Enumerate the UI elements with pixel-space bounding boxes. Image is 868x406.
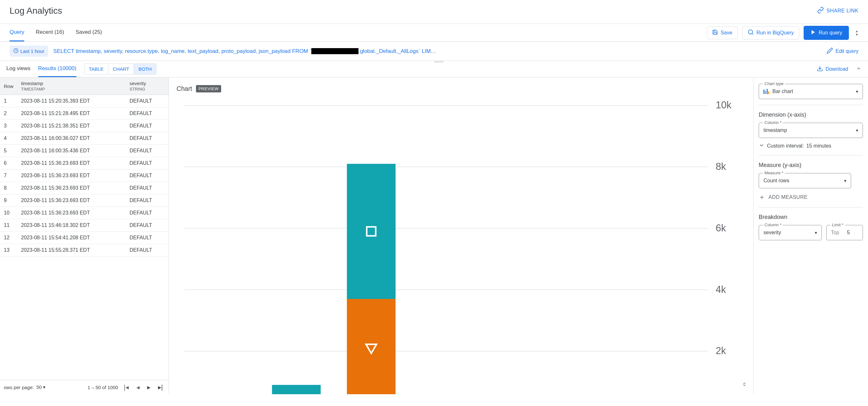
collapse-panel-icon[interactable] [856,66,862,72]
table-row[interactable]: 10 2023-08-11 15:36:23.693 EDT DEFAULT [0,207,168,219]
cell-timestamp: 2023-08-11 16:00:36.027 EDT [17,132,126,145]
table-row[interactable]: 7 2023-08-11 15:36:23.693 EDT DEFAULT [0,169,168,182]
time-range-chip[interactable]: Last 1 hour [9,45,48,57]
sub-tab-log-views[interactable]: Log views [6,61,31,77]
breakdown-limit-input[interactable]: Limit * Top 5 [826,225,863,240]
cell-rownum: 6 [0,157,17,169]
table-row[interactable]: 12 2023-08-11 15:54:41.208 EDT DEFAULT [0,232,168,244]
divider [759,155,863,156]
col-header-severity[interactable]: severitySTRING [126,77,168,95]
table-row[interactable]: 2 2023-08-11 15:21:28.495 EDT DEFAULT [0,107,168,120]
bar-segment[interactable] [272,385,321,394]
table-row[interactable]: 6 2023-08-11 15:36:23.693 EDT DEFAULT [0,157,168,169]
svg-text:4k: 4k [716,284,726,295]
edit-query-button[interactable]: Edit query [827,48,859,55]
download-label: Download [826,66,848,72]
table-row[interactable]: 3 2023-08-11 15:21:38.351 EDT DEFAULT [0,120,168,132]
query-sql-text[interactable]: SELECT timestamp, severity, resource.typ… [53,48,822,55]
save-button[interactable]: Save [707,27,737,39]
limit-prefix: Top [831,230,839,236]
table-row[interactable]: 1 2023-08-11 15:20:35.393 EDT DEFAULT [0,95,168,107]
next-page-icon[interactable]: ▸ [145,383,152,391]
tab-query[interactable]: Query [9,24,24,41]
cell-timestamp: 2023-08-11 16:00:35.436 EDT [17,145,126,157]
cell-severity: DEFAULT [126,169,168,182]
pagination-bar: ows per page: 50 ▾ 1 – 50 of 1000 |◂ ◂ ▸… [0,380,168,394]
bar-segment[interactable] [347,164,396,299]
clock-icon [13,48,19,54]
save-label: Save [720,30,732,36]
dimension-title: Dimension (x-axis) [759,112,863,118]
custom-interval-value: 15 minutes [806,143,831,149]
run-bigquery-button[interactable]: Run in BigQuery [742,26,799,39]
dropdown-arrow-icon: ▾ [815,230,817,235]
pagination-range: 1 – 50 of 1000 [88,385,118,390]
svg-text:8k: 8k [716,161,726,172]
measure-label: Measure * [763,170,785,175]
breakdown-column-select[interactable]: Column * severity ▾ [759,225,822,240]
prev-page-icon[interactable]: ◂ [134,383,142,391]
col-header-row[interactable]: Row [0,77,17,95]
cell-rownum: 13 [0,244,17,256]
sub-tab-results[interactable]: Results (10000) [38,61,76,77]
table-row[interactable]: 11 2023-08-11 15:46:18.302 EDT DEFAULT [0,219,168,232]
download-button[interactable]: Download [817,65,848,73]
svg-line-1 [752,33,753,34]
chart-config-panel: Chart type Bar chart ▾ Dimension (x-axis… [753,77,868,394]
tab-saved[interactable]: Saved (25) [75,24,102,41]
table-row[interactable]: 5 2023-08-11 16:00:35.436 EDT DEFAULT [0,145,168,157]
table-row[interactable]: 13 2023-08-11 15:55:28.371 EDT DEFAULT [0,244,168,256]
rows-per-page-label: ows per page: [4,385,34,390]
rows-per-page-select[interactable]: 50 ▾ [36,384,45,390]
time-range-label: Last 1 hour [21,49,44,54]
edit-query-label: Edit query [836,49,859,54]
expand-chart-icon[interactable] [742,382,747,388]
add-measure-button[interactable]: ＋ ADD MEASURE [759,193,863,201]
cell-timestamp: 2023-08-11 15:21:28.495 EDT [17,107,126,120]
table-row[interactable]: 8 2023-08-11 15:36:23.693 EDT DEFAULT [0,182,168,194]
cell-severity: DEFAULT [126,132,168,145]
cell-severity: DEFAULT [126,219,168,232]
view-chart-button[interactable]: CHART [108,64,134,74]
divider [759,105,863,105]
chart-type-select[interactable]: Chart type Bar chart ▾ [759,84,863,99]
divider [759,207,863,208]
redacted-project: xxxxxxxx [311,48,359,54]
vertical-drag-handle[interactable] [434,61,443,62]
measure-title: Measure (y-axis) [759,162,863,168]
cell-timestamp: 2023-08-11 15:36:23.693 EDT [17,207,126,219]
cell-rownum: 10 [0,207,17,219]
dimension-column-label: Column * [763,120,783,125]
cell-severity: DEFAULT [126,232,168,244]
bar-segment[interactable] [347,299,396,394]
last-page-icon[interactable]: ▸| [156,383,165,391]
run-query-button[interactable]: Run query [804,26,849,40]
table-row[interactable]: 9 2023-08-11 15:36:23.693 EDT DEFAULT [0,194,168,207]
chart-type-value: Bar chart [772,89,793,94]
view-both-button[interactable]: BOTH [134,64,156,74]
cell-rownum: 1 [0,95,17,107]
sort-toggle-icon[interactable]: ▲▼ [855,29,859,36]
cell-severity: DEFAULT [126,107,168,120]
tab-recent[interactable]: Recent (16) [36,24,64,41]
view-table-button[interactable]: TABLE [85,64,108,74]
run-label: Run query [818,30,842,36]
cell-rownum: 5 [0,145,17,157]
cell-timestamp: 2023-08-11 15:21:38.351 EDT [17,120,126,132]
col-header-timestamp[interactable]: timestampTIMESTAMP [17,77,126,95]
cell-severity: DEFAULT [126,120,168,132]
first-page-icon[interactable]: |◂ [122,383,131,391]
limit-value: 5 [847,230,850,236]
bigquery-label: Run in BigQuery [756,30,794,36]
cell-severity: DEFAULT [126,145,168,157]
dimension-column-select[interactable]: Column * timestamp ▾ [759,123,863,138]
share-link-button[interactable]: SHARE LINK [817,7,859,15]
measure-select[interactable]: Measure * Count rows ▾ [759,173,851,188]
breakdown-title: Breakdown [759,214,863,221]
breakdown-limit-label: Limit * [830,222,845,227]
svg-text:2k: 2k [716,345,726,356]
cell-timestamp: 2023-08-11 15:36:23.693 EDT [17,157,126,169]
custom-interval-toggle[interactable]: Custom interval: 15 minutes [759,143,863,150]
share-link-label: SHARE LINK [827,8,859,14]
table-row[interactable]: 4 2023-08-11 16:00:36.027 EDT DEFAULT [0,132,168,145]
